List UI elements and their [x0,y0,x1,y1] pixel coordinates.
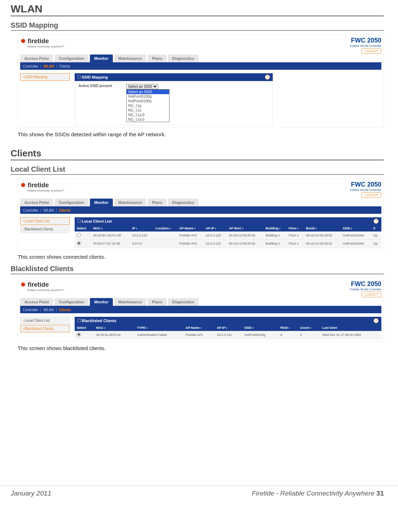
sort-icon: ♦ [215,227,216,230]
row-select-radio[interactable] [77,233,81,237]
cell-status: Op [371,231,381,240]
tab-maintenance[interactable]: Maintenance [114,298,146,306]
tab-monitor[interactable]: Monitor [90,55,113,62]
chevron-right-icon: › [23,75,24,79]
ssid-option[interactable]: NG_11a-0 [127,117,169,122]
subtab-wlan[interactable]: WLAN [44,208,54,212]
tab-monitor[interactable]: Monitor [90,199,113,206]
col-ap-mac[interactable]: AP MAC♦ [227,225,264,231]
tab-access-point[interactable]: Access Point [20,199,53,206]
subtab-controller[interactable]: Controller [23,208,38,212]
col-ap-ip[interactable]: AP-IP♦ [215,325,242,331]
tab-access-point[interactable]: Access Point [20,55,53,62]
col-last-seen[interactable]: Last Seen [320,325,381,331]
tab-configuration[interactable]: Configuration [54,199,88,206]
col-floor[interactable]: Floor♦ [287,225,304,231]
blacklisted-client-table: Select MAC♦ TYPE♦ AP-Name♦ AP-IP♦ SSID♦ … [75,325,381,339]
col-rssi[interactable]: RSSI♦ [278,325,298,331]
sidebar-item-local-clients[interactable]: ›Local Client List [20,217,70,225]
panel-title: SSID Mapping [82,75,108,79]
sort-icon: ♦ [146,326,148,330]
col-bssid[interactable]: Bssid♦ [304,225,341,231]
sort-icon: ♦ [200,326,202,330]
ssid-option[interactable]: NG_11g-0 [127,113,169,117]
cell-ip: 10.0.3.122 [130,231,154,240]
cell-count: 4 [298,331,320,339]
logout-button[interactable]: LOGOUT [362,192,381,198]
row-select-radio[interactable] [77,241,81,245]
subtab-controller[interactable]: Controller [23,64,38,68]
col-ip[interactable]: IP♦ [130,225,154,231]
field-label-active-ssid: Active SSID present [79,84,112,88]
subtab-wlan[interactable]: WLAN [44,308,54,312]
col-location[interactable]: Location♦ [154,225,177,231]
cell-ap-mac: 00:18:C2:00:20:02 [227,240,264,248]
col-select[interactable]: Select [75,225,91,231]
cell-mac: 00:25:bc:d9:fc:2e [94,331,135,339]
col-ap-name[interactable]: AP-Name♦ [183,325,214,331]
subsection-blacklisted-clients: Blacklisted Clients [11,265,384,274]
screenshot-ssid-mapping: ✹ firetide Reliable connectivity, anywhe… [18,34,384,128]
ssid-option[interactable]: HotPoint5100a [127,99,169,103]
chevron-right-icon: › [23,327,24,331]
col-ap-ip[interactable]: AP-IP♦ [203,225,227,231]
ssid-option[interactable]: HotPoint5100g [127,94,169,99]
subtab-wlan[interactable]: WLAN [44,64,54,68]
col-ssid[interactable]: SSID♦ [341,225,371,231]
subtab-clients[interactable]: Clients [59,208,70,212]
sort-icon: ♦ [101,227,103,230]
tab-configuration[interactable]: Configuration [54,298,88,306]
ssid-option[interactable]: NG_11a [127,108,169,113]
sidebar-item-blacklisted[interactable]: ›Blacklisted Clients [20,225,70,233]
tab-plans[interactable]: Plans [148,55,166,62]
cell-ap-name: Firetide-AP2 [177,240,204,248]
collapse-icon[interactable] [77,219,81,223]
tab-maintenance[interactable]: Maintenance [114,199,146,206]
logout-button[interactable]: LOGOUT [362,292,381,297]
col-mac[interactable]: MAC♦ [94,325,135,331]
help-icon[interactable]: ? [374,318,379,323]
col-select[interactable]: Select [75,325,94,331]
ssid-option[interactable]: NG_11g [127,103,169,108]
subtab-clients[interactable]: Clients [59,308,70,312]
panel-title: Blacklisted Clients [82,319,116,323]
col-count[interactable]: Count♦ [298,325,320,331]
tab-diagnostics[interactable]: Diagnostics [168,199,198,206]
ssid-option[interactable]: Select an SSID [127,90,169,94]
sidebar-item-label: Local Client List [24,319,50,322]
sidebar-item-local-clients[interactable]: ›Local Client List [20,317,70,324]
tab-plans[interactable]: Plans [148,298,166,306]
cell-building: Building-1 [264,240,287,248]
col-ssid[interactable]: SSID♦ [242,325,278,331]
help-icon[interactable]: ? [374,219,379,224]
collapse-icon[interactable] [77,75,81,79]
subtab-clients[interactable]: Clients [59,64,70,68]
tab-diagnostics[interactable]: Diagnostics [168,298,198,306]
product-subtitle: Firetide WLAN Controller [350,288,381,291]
col-ap-name[interactable]: AP-Name♦ [177,225,204,231]
collapse-icon[interactable] [77,319,81,322]
sort-icon: ♦ [351,227,352,230]
ssid-select[interactable]: Select an SSID [126,84,158,89]
help-icon[interactable]: ? [265,75,270,80]
tab-maintenance[interactable]: Maintenance [114,55,146,62]
tab-monitor[interactable]: Monitor [90,298,113,306]
sort-icon: ♦ [298,227,299,230]
tab-access-point[interactable]: Access Point [20,298,53,306]
product-subtitle: Firetide WLAN Controller [350,188,381,191]
logout-button[interactable]: LOGOUT [362,48,381,54]
cell-mac: 00:25:BC:D9:FC:2E [91,231,130,240]
cell-location [154,231,177,240]
tab-configuration[interactable]: Configuration [54,55,88,62]
subtab-controller[interactable]: Controller [23,308,38,312]
sidebar-item-ssid-mapping[interactable]: ›SSID Mapping [20,73,70,81]
col-mac[interactable]: MAC♦ [91,225,130,231]
col-building[interactable]: Building♦ [264,225,287,231]
col-type[interactable]: TYPE♦ [135,325,183,331]
row-select-radio[interactable] [77,332,81,337]
flame-icon: ✹ [20,181,26,189]
tab-diagnostics[interactable]: Diagnostics [168,55,198,62]
col-status[interactable]: S [371,225,381,231]
sidebar-item-blacklisted[interactable]: ›Blacklisted Clients [20,325,70,332]
tab-plans[interactable]: Plans [148,199,166,206]
